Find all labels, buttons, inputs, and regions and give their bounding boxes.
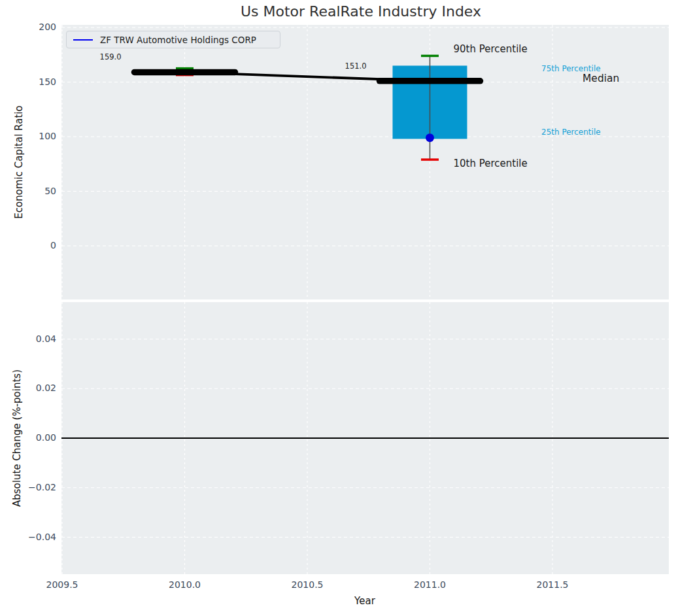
bottom-y-tick-label: 0.00 xyxy=(36,432,56,443)
legend-label: ZF TRW Automotive Holdings CORP xyxy=(100,35,256,45)
top-y-axis-label: Economic Capital Ratio xyxy=(13,105,25,218)
point-value-label: 151.0 xyxy=(345,62,367,71)
annotation-90th-percentile: 90th Percentile xyxy=(454,44,528,55)
figure-root: Us Motor RealRate Industry Index Economi… xyxy=(0,0,676,616)
top-y-tick-label: 200 xyxy=(39,22,56,32)
annotation-25th-percentile: 25th Percentile xyxy=(541,128,601,137)
legend: ZF TRW Automotive Holdings CORP xyxy=(66,31,280,48)
legend-line-swatch xyxy=(73,39,93,41)
top-y-tick-label: 100 xyxy=(39,131,56,141)
top-y-tick-label: 50 xyxy=(44,186,56,196)
annotation-median: Median xyxy=(583,73,619,85)
x-tick-label: 2011.5 xyxy=(537,579,569,590)
top-y-tick-label: 0 xyxy=(50,240,56,250)
chart-canvas xyxy=(0,0,676,616)
x-axis-label: Year xyxy=(354,595,375,607)
annotation-10th-percentile: 10th Percentile xyxy=(454,158,528,169)
x-tick-label: 2011.0 xyxy=(414,579,446,590)
x-tick-label: 2009.5 xyxy=(46,579,78,590)
bottom-y-tick-label: −0.04 xyxy=(28,532,56,542)
x-tick-label: 2010.0 xyxy=(169,579,201,590)
bottom-y-tick-label: −0.02 xyxy=(28,482,56,492)
point-value-label: 159.0 xyxy=(100,53,122,61)
x-tick-label: 2010.5 xyxy=(292,579,324,590)
bottom-y-tick-label: 0.04 xyxy=(36,334,56,344)
bottom-y-tick-label: 0.02 xyxy=(36,383,56,393)
chart-title: Us Motor RealRate Industry Index xyxy=(241,3,481,20)
bottom-y-axis-label: Absolute Change (%-points) xyxy=(11,369,23,507)
outlier-dot xyxy=(426,133,434,142)
top-y-tick-label: 150 xyxy=(39,77,56,87)
